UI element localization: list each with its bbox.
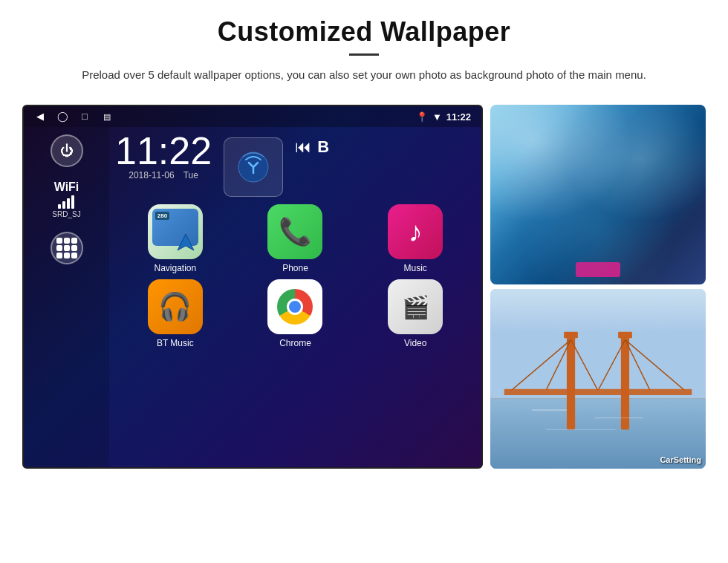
power-icon: ⏻ — [60, 143, 74, 159]
wallpaper-thumbs: CarSetting — [490, 105, 706, 469]
app-chrome[interactable]: Chrome — [238, 279, 353, 348]
dot-9 — [71, 253, 77, 258]
phone-label: Phone — [282, 263, 308, 273]
status-right: 📍 ▼ 11:22 — [416, 111, 471, 123]
wifi-bar-3 — [67, 198, 70, 209]
chrome-label: Chrome — [279, 338, 311, 348]
music-label: Music — [403, 263, 426, 273]
carsetting-label: CarSetting — [660, 455, 701, 464]
sidebar: ⏻ WiFi SRD_SJ — [24, 127, 109, 467]
ice-overlay — [490, 105, 706, 284]
dot-8 — [64, 253, 70, 258]
dot-7 — [56, 253, 62, 258]
pink-rect-decoration — [576, 262, 620, 277]
wallpaper-ice[interactable] — [490, 105, 706, 284]
clock-date-left: 2018-11-06 — [129, 170, 174, 180]
clock-date-day: Tue — [183, 170, 198, 180]
location-icon: 📍 — [416, 111, 428, 123]
dot-4 — [56, 245, 62, 251]
dot-2 — [64, 238, 70, 244]
wifi-widget: WiFi SRD_SJ — [52, 180, 80, 218]
apps-grid-button[interactable] — [51, 232, 83, 264]
clock-date: 2018-11-06 Tue — [129, 170, 198, 180]
media-widget-icon[interactable] — [224, 137, 283, 197]
page-subtitle: Preload over 5 default wallpaper options… — [59, 66, 669, 84]
navigation-label: Navigation — [154, 263, 196, 273]
page-title: Customized Wallpaper — [45, 16, 683, 48]
dot-6 — [71, 245, 77, 251]
status-left: ◀ ◯ □ ▤ — [34, 111, 113, 123]
header-section: Customized Wallpaper Preload over 5 defa… — [0, 0, 728, 91]
wifi-anim-icon — [237, 151, 270, 183]
dots-grid-icon — [56, 238, 77, 258]
clock-row: 11:22 2018-11-06 Tue — [115, 131, 475, 197]
status-time: 11:22 — [446, 111, 471, 123]
page-wrapper: Customized Wallpaper Preload over 5 defa… — [0, 0, 728, 563]
music-icon: ♪ — [388, 204, 443, 259]
nav-badge: 280 — [155, 212, 169, 220]
power-button[interactable]: ⏻ — [51, 134, 83, 167]
apps-grid: 280 Navigation 📞 — [115, 204, 475, 348]
svg-rect-7 — [618, 332, 632, 338]
video-label: Video — [404, 338, 426, 348]
clock-block: 11:22 2018-11-06 Tue — [115, 131, 212, 180]
back-icon[interactable]: ◀ — [34, 111, 46, 123]
chrome-center — [287, 299, 303, 315]
dot-1 — [56, 238, 62, 244]
status-bar: ◀ ◯ □ ▤ 📍 ▼ 11:22 — [24, 106, 481, 127]
svg-rect-4 — [567, 336, 575, 429]
track-b-label: B — [317, 137, 329, 157]
navigation-icon: 280 — [148, 204, 203, 259]
app-music[interactable]: ♪ Music — [358, 204, 472, 273]
video-icon: 🎬 — [388, 279, 443, 334]
bt-headphone-icon: 🎧 — [158, 291, 192, 322]
wallpaper-bridge[interactable]: CarSetting — [490, 289, 706, 469]
chrome-circle — [277, 289, 313, 325]
screen-main: ⏻ WiFi SRD_SJ — [24, 127, 481, 467]
skip-icon[interactable]: ⏮ — [295, 137, 311, 157]
phone-handset-icon: 📞 — [279, 216, 312, 247]
bridge-svg — [490, 289, 706, 469]
svg-rect-2 — [490, 289, 706, 398]
music-note-icon: ♪ — [409, 215, 423, 248]
app-navigation[interactable]: 280 Navigation — [118, 204, 233, 273]
app-phone[interactable]: 📞 Phone — [238, 204, 353, 273]
svg-rect-5 — [621, 336, 629, 429]
screenshot-icon: ▤ — [101, 111, 113, 123]
nav-arrow-icon — [175, 231, 197, 253]
screen-center: 11:22 2018-11-06 Tue — [109, 127, 481, 467]
phone-icon: 📞 — [267, 204, 322, 259]
wifi-bars — [58, 195, 74, 209]
app-video[interactable]: 🎬 Video — [358, 279, 472, 348]
dot-5 — [64, 245, 70, 251]
bt-music-icon: 🎧 — [148, 279, 203, 334]
clock-time: 11:22 — [115, 131, 212, 170]
title-divider — [349, 53, 379, 56]
wifi-ssid: SRD_SJ — [52, 210, 80, 218]
wifi-label: WiFi — [54, 180, 79, 194]
media-icons — [224, 137, 283, 197]
svg-rect-6 — [564, 332, 578, 338]
wifi-status-icon: ▼ — [432, 111, 442, 123]
svg-rect-14 — [504, 389, 692, 395]
app-bt-music[interactable]: 🎧 BT Music — [118, 279, 233, 348]
video-clap-icon: 🎬 — [402, 294, 429, 320]
media-controls: ⏮ B — [295, 137, 329, 157]
wifi-bar-4 — [71, 195, 74, 209]
svg-marker-1 — [178, 234, 194, 250]
bt-music-label: BT Music — [157, 338, 194, 348]
android-screen: ◀ ◯ □ ▤ 📍 ▼ 11:22 — [22, 105, 483, 469]
dot-3 — [71, 238, 77, 244]
wifi-bar-2 — [62, 201, 65, 209]
recents-icon[interactable]: □ — [79, 111, 91, 123]
home-icon[interactable]: ◯ — [56, 111, 68, 123]
chrome-icon — [267, 279, 322, 334]
wifi-bar-1 — [58, 204, 61, 209]
content-area: ◀ ◯ □ ▤ 📍 ▼ 11:22 — [0, 91, 728, 563]
